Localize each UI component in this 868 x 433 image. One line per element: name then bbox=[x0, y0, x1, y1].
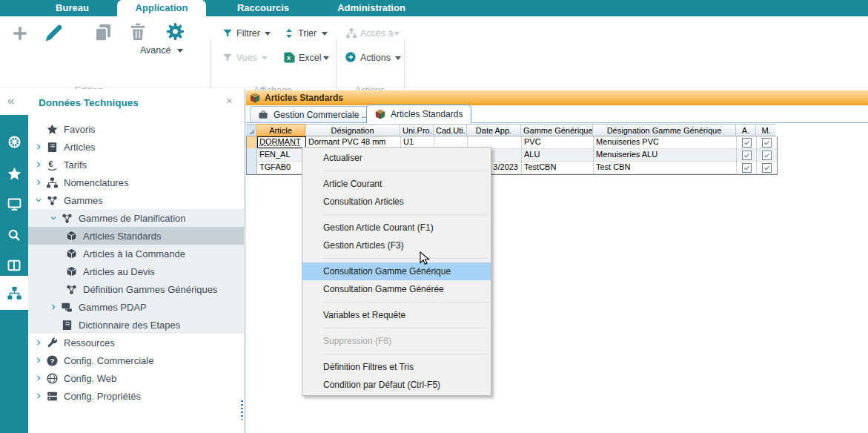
advanced-caret-icon[interactable] bbox=[177, 49, 183, 53]
row-selector-header[interactable] bbox=[246, 124, 256, 136]
column-header-designation-gamme-generique[interactable]: Désignation Gamme Générique bbox=[593, 124, 736, 136]
menu-item-definition-filtres-et-tris[interactable]: Définition Filtres et Tris bbox=[302, 358, 491, 376]
filter-icon[interactable] bbox=[222, 27, 233, 39]
sidebar-item-dictionnaire-des-etapes[interactable]: Dictionnaire des Etapes bbox=[28, 316, 244, 334]
cell-m-checkbox[interactable] bbox=[757, 162, 777, 173]
ribbon-tab-administration[interactable]: Administration bbox=[317, 0, 425, 16]
rail-monitor-icon[interactable] bbox=[0, 188, 28, 219]
checkbox-checked[interactable] bbox=[762, 163, 772, 173]
column-header-gamme-generique[interactable]: Gamme Générique bbox=[521, 124, 593, 136]
filter-caret-icon[interactable] bbox=[265, 32, 271, 36]
rail-wheel-icon[interactable] bbox=[0, 126, 28, 157]
sidebar-item-articles-standards[interactable]: Articles Standards bbox=[28, 227, 244, 245]
rail-tree-icon[interactable] bbox=[0, 276, 28, 310]
checkbox-checked[interactable] bbox=[742, 151, 752, 160]
chevron-down-icon[interactable] bbox=[35, 196, 42, 204]
sidebar-item-articles-au-devis[interactable]: Articles au Devis bbox=[28, 262, 244, 280]
chevron-down-icon[interactable] bbox=[50, 214, 57, 222]
column-header-designation[interactable]: Désignation bbox=[305, 124, 400, 136]
sidebar-item-definition-gammes-generiques[interactable]: Définition Gammes Génériques bbox=[28, 280, 244, 298]
cell-a-checkbox[interactable] bbox=[737, 162, 757, 173]
excel-caret-icon[interactable] bbox=[323, 56, 329, 60]
row-selector[interactable] bbox=[247, 149, 257, 161]
panel-splitter-handle[interactable] bbox=[241, 400, 243, 420]
chevron-right-icon[interactable] bbox=[35, 392, 42, 400]
cell-a-checkbox[interactable] bbox=[737, 136, 757, 148]
column-header-article[interactable]: Article bbox=[256, 124, 305, 136]
chevron-right-icon[interactable] bbox=[35, 357, 42, 364]
panel-collapse-icon[interactable]: « bbox=[7, 93, 14, 108]
cell-gamme-generique[interactable]: ALU bbox=[522, 149, 594, 161]
cell-designation-gg[interactable]: Menuiseries PVC bbox=[594, 136, 737, 148]
sidebar-item-config-commerciale[interactable]: Config. Commerciale bbox=[28, 351, 244, 369]
sidebar-item-articles-a-la-commande[interactable]: Articles à la Commande bbox=[28, 245, 244, 262]
sidebar-item-config-web[interactable]: Config. Web bbox=[28, 369, 244, 387]
chevron-right-icon[interactable] bbox=[50, 303, 57, 311]
advanced-button[interactable]: Avancé bbox=[140, 45, 170, 56]
cell-designation-gg[interactable]: Test CBN bbox=[594, 162, 737, 173]
doc-tab-articles-standards[interactable]: Articles Standards bbox=[366, 105, 471, 123]
menu-item-gestion-article-courant[interactable]: Gestion Article Courant (F1) bbox=[302, 219, 491, 237]
chevron-right-icon[interactable] bbox=[35, 339, 42, 346]
doc-tab-gestion-commerciale[interactable]: Gestion Commerciale ... bbox=[250, 106, 377, 122]
actions-button[interactable]: Actions bbox=[360, 53, 391, 63]
excel-icon[interactable] bbox=[283, 51, 296, 64]
chevron-right-icon[interactable] bbox=[35, 374, 42, 382]
actions-caret-icon[interactable] bbox=[395, 56, 401, 60]
sidebar-item-nomenclatures[interactable]: Nomenclatures bbox=[28, 173, 244, 191]
cell-article[interactable]: FEN_AL bbox=[257, 149, 306, 161]
new-button[interactable] bbox=[10, 24, 30, 43]
menu-item-consultation-articles[interactable]: Consultation Articles bbox=[302, 193, 491, 211]
menu-item-consultation-gamme-generique[interactable]: Consultation Gamme Générique bbox=[302, 262, 491, 280]
chevron-right-icon[interactable] bbox=[35, 143, 42, 151]
filter-button[interactable]: Filtrer bbox=[236, 28, 260, 39]
rail-favorites-icon[interactable] bbox=[0, 158, 28, 189]
cell-gamme-generique[interactable]: TestCBN bbox=[522, 162, 594, 173]
cell-gamme-generique[interactable]: PVC bbox=[522, 136, 594, 148]
cell-article[interactable]: TGFAB0 bbox=[257, 162, 306, 173]
sidebar-item-gammes[interactable]: Gammes bbox=[28, 191, 244, 209]
cell-m-checkbox[interactable] bbox=[757, 149, 777, 161]
ribbon-tab-bureau[interactable]: Bureau bbox=[41, 0, 104, 16]
cell-m-checkbox[interactable] bbox=[757, 136, 777, 148]
checkbox-checked[interactable] bbox=[742, 138, 752, 148]
row-selector[interactable] bbox=[247, 162, 257, 173]
cell-article[interactable]: DORMANT bbox=[257, 136, 306, 148]
sidebar-item-gammes-de-planification[interactable]: Gammes de Planification bbox=[28, 209, 244, 227]
ribbon-tab-application[interactable]: Application bbox=[117, 0, 206, 16]
column-header-caduti[interactable]: Cad.Uti. bbox=[434, 124, 467, 136]
menu-item-consultation-gamme-generee[interactable]: Consultation Gamme Générée bbox=[302, 280, 491, 298]
actions-icon[interactable] bbox=[345, 51, 357, 63]
cell-a-checkbox[interactable] bbox=[737, 149, 757, 161]
sidebar-item-gammes-pdap[interactable]: Gammes PDAP bbox=[28, 298, 244, 316]
copy-button[interactable] bbox=[92, 22, 114, 44]
panel-close-icon[interactable]: × bbox=[226, 94, 233, 107]
ribbon-tab-raccourcis[interactable]: Raccourcis bbox=[219, 0, 307, 16]
column-header-unipro[interactable]: Uni.Pro. bbox=[400, 124, 434, 136]
menu-item-variables-et-requete[interactable]: Variables et Requête bbox=[302, 306, 491, 324]
sidebar-item-ressources[interactable]: Ressources bbox=[28, 334, 244, 351]
checkbox-checked[interactable] bbox=[762, 138, 772, 148]
column-header-dateapp[interactable]: Date App. bbox=[467, 124, 521, 136]
menu-item-gestion-articles[interactable]: Gestion Articles (F3) bbox=[302, 237, 491, 254]
excel-button[interactable]: Excel bbox=[299, 53, 322, 63]
sidebar-item-config-proprietes[interactable]: Config. Propriétés bbox=[28, 387, 244, 405]
edit-button[interactable] bbox=[43, 22, 65, 44]
cell-designation-gg[interactable]: Menuiseries ALU bbox=[594, 149, 737, 161]
rail-search-icon[interactable] bbox=[0, 219, 28, 251]
menu-item-article-courant[interactable]: Article Courant bbox=[302, 175, 491, 193]
column-header-m[interactable]: M. bbox=[756, 124, 776, 136]
sidebar-item-articles[interactable]: Articles bbox=[28, 138, 244, 156]
chevron-right-icon[interactable] bbox=[35, 179, 42, 186]
menu-item-actualiser[interactable]: Actualiser bbox=[302, 149, 491, 167]
column-header-a[interactable]: A. bbox=[736, 124, 756, 136]
sidebar-item-favoris[interactable]: Favoris bbox=[28, 120, 244, 138]
advanced-gear-icon[interactable] bbox=[164, 20, 187, 43]
menu-item-condition-par-defaut[interactable]: Condition par Défaut (Ctrl-F5) bbox=[302, 376, 491, 394]
delete-button[interactable] bbox=[127, 22, 148, 42]
checkbox-checked[interactable] bbox=[762, 151, 772, 160]
chevron-right-icon[interactable] bbox=[35, 161, 42, 168]
sort-icon[interactable] bbox=[283, 27, 295, 39]
sort-button[interactable]: Trier bbox=[298, 28, 317, 39]
sidebar-item-tarifs[interactable]: Tarifs bbox=[28, 156, 244, 173]
